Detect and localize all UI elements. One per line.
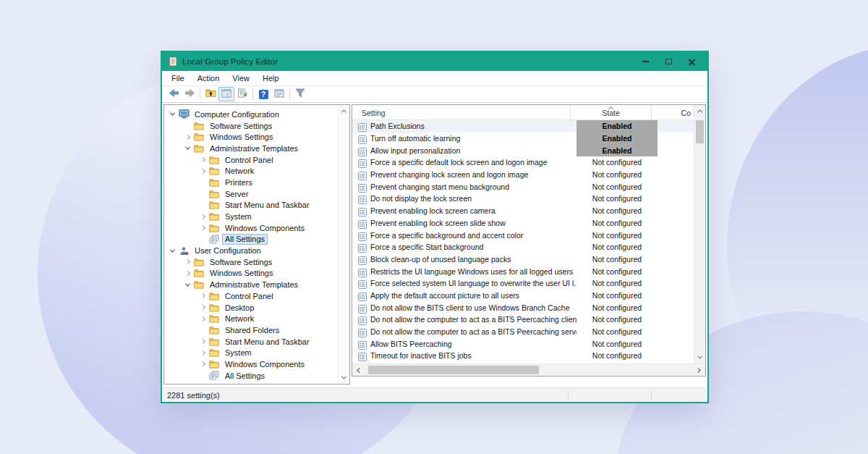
- show-properties-button[interactable]: [271, 87, 287, 101]
- up-one-level-button[interactable]: [203, 87, 218, 101]
- table-row[interactable]: Turn off automatic learningEnabled: [352, 133, 694, 145]
- export-list-button[interactable]: [234, 87, 250, 101]
- tree-item[interactable]: Computer Configuration: [164, 109, 338, 120]
- tree-item[interactable]: Start Menu and Taskbar: [164, 200, 338, 211]
- expander-icon[interactable]: [197, 351, 208, 355]
- help-button[interactable]: ?: [255, 87, 271, 101]
- tree-item[interactable]: Windows Settings: [164, 131, 338, 143]
- table-row[interactable]: Force a specific default lock screen and…: [352, 156, 694, 169]
- expander-icon[interactable]: [197, 294, 208, 298]
- tree-item-body[interactable]: Computer Configuration: [192, 109, 282, 119]
- tree-item[interactable]: All Settings: [164, 234, 338, 245]
- menu-item-view[interactable]: View: [226, 71, 256, 85]
- scroll-up-icon[interactable]: [694, 105, 705, 117]
- table-row[interactable]: Restricts the UI language Windows uses f…: [352, 265, 694, 277]
- tree-item[interactable]: Start Menu and Taskbar: [164, 336, 338, 348]
- tree-item[interactable]: Control Panel: [164, 290, 338, 302]
- tree-item[interactable]: Server: [164, 188, 338, 200]
- table-row[interactable]: Force a specific Start backgroundNot con…: [352, 241, 694, 253]
- tree-item[interactable]: User Configuration: [164, 245, 338, 256]
- expander-icon[interactable]: [182, 283, 193, 287]
- expander-icon[interactable]: [197, 340, 208, 343]
- tree-item-body[interactable]: All Settings: [222, 370, 268, 381]
- table-row[interactable]: Force selected system UI language to ove…: [352, 277, 694, 290]
- tree-item-body[interactable]: Printers: [222, 177, 255, 188]
- expander-icon[interactable]: [182, 135, 193, 139]
- expander-icon[interactable]: [197, 215, 208, 219]
- column-header-state[interactable]: State: [571, 105, 652, 119]
- tree-item-body[interactable]: System: [222, 211, 255, 222]
- table-row[interactable]: Do not allow the BITS client to use Wind…: [352, 301, 694, 314]
- tree-item[interactable]: System: [164, 211, 338, 222]
- expander-icon[interactable]: [182, 146, 193, 150]
- expander-icon[interactable]: [197, 362, 208, 366]
- scroll-up-icon[interactable]: [339, 105, 349, 117]
- expander-icon[interactable]: [197, 226, 208, 230]
- tree-item[interactable]: Windows Components: [164, 222, 338, 234]
- tree-item[interactable]: Shared Folders: [164, 324, 338, 336]
- tree-vertical-scrollbar[interactable]: [338, 105, 349, 384]
- tree-item[interactable]: System: [164, 347, 338, 358]
- table-row[interactable]: Apply the default account picture to all…: [352, 290, 694, 302]
- table-row[interactable]: Force a specific background and accent c…: [352, 229, 694, 241]
- tree-item-body[interactable]: System: [222, 348, 255, 358]
- expander-icon[interactable]: [182, 260, 193, 264]
- table-row[interactable]: Path ExclusionsEnabled: [352, 120, 694, 133]
- filter-button[interactable]: [292, 87, 308, 101]
- tree-item-body[interactable]: Software Settings: [207, 256, 275, 267]
- table-row[interactable]: Prevent enabling lock screen slide showN…: [352, 217, 694, 230]
- scroll-down-icon[interactable]: [694, 351, 705, 363]
- list-vertical-scrollbar[interactable]: [694, 105, 705, 363]
- tree-item[interactable]: Desktop: [164, 302, 338, 314]
- tree-item-body[interactable]: All Settings: [222, 234, 268, 245]
- tree-item-body[interactable]: Network: [222, 314, 257, 324]
- scroll-left-icon[interactable]: [352, 364, 365, 376]
- column-header-setting[interactable]: Setting: [352, 105, 571, 119]
- list-horizontal-scrollbar[interactable]: [352, 363, 705, 376]
- tree-item-body[interactable]: Network: [222, 166, 257, 177]
- tree-item-body[interactable]: Control Panel: [222, 154, 276, 165]
- table-row[interactable]: Block clean-up of unused language packsN…: [352, 253, 694, 266]
- table-row[interactable]: Do not allow the computer to act as a BI…: [352, 314, 694, 326]
- tree-item[interactable]: Network: [164, 313, 338, 324]
- horizontal-scroll-thumb[interactable]: [368, 366, 539, 374]
- expander-icon[interactable]: [166, 249, 178, 253]
- table-row[interactable]: Prevent enabling lock screen cameraNot c…: [352, 205, 694, 217]
- tree-item-body[interactable]: Desktop: [222, 302, 257, 313]
- tree-item[interactable]: Network: [164, 165, 338, 177]
- close-button[interactable]: [680, 52, 703, 71]
- tree-item-body[interactable]: Shared Folders: [222, 324, 282, 335]
- scroll-right-icon[interactable]: [693, 364, 705, 376]
- minimize-button[interactable]: [634, 52, 657, 71]
- forward-button[interactable]: [182, 87, 197, 101]
- back-button[interactable]: [166, 87, 182, 101]
- expander-icon[interactable]: [197, 158, 208, 161]
- scroll-down-icon[interactable]: [339, 371, 349, 384]
- table-row[interactable]: Do not display the lock screenNot config…: [352, 193, 694, 205]
- tree-item-body[interactable]: Server: [222, 188, 251, 199]
- tree-item[interactable]: Printers: [164, 177, 338, 188]
- menu-item-action[interactable]: Action: [191, 71, 226, 85]
- table-row[interactable]: Prevent changing start menu backgroundNo…: [352, 180, 694, 193]
- tree-item-body[interactable]: Windows Settings: [207, 268, 276, 279]
- tree-item-body[interactable]: Control Panel: [222, 290, 276, 301]
- tree-item-body[interactable]: Windows Components: [222, 222, 307, 233]
- menu-item-help[interactable]: Help: [256, 71, 286, 85]
- table-row[interactable]: Do not allow the computer to act as a BI…: [352, 326, 694, 338]
- expander-icon[interactable]: [197, 317, 208, 321]
- vertical-scroll-thumb[interactable]: [696, 120, 704, 143]
- tree-item[interactable]: Windows Settings: [164, 268, 338, 279]
- show-console-tree-button[interactable]: [218, 87, 234, 101]
- table-row[interactable]: Allow input personalizationEnabled: [352, 144, 694, 156]
- maximize-button[interactable]: [657, 52, 680, 71]
- column-header-comment[interactable]: Co: [652, 105, 694, 119]
- tree-item[interactable]: Windows Components: [164, 358, 338, 370]
- tree-item-body[interactable]: Windows Components: [222, 358, 307, 369]
- tree-item[interactable]: All Settings: [164, 370, 338, 382]
- tree-item[interactable]: Software Settings: [164, 120, 338, 132]
- table-row[interactable]: Prevent changing lock screen and logon i…: [352, 169, 694, 181]
- tree-item[interactable]: Administrative Templates: [164, 279, 338, 290]
- tree-item-body[interactable]: Start Menu and Taskbar: [222, 336, 312, 347]
- tree-item-body[interactable]: Administrative Templates: [207, 143, 301, 154]
- tree-item-body[interactable]: Start Menu and Taskbar: [222, 200, 312, 211]
